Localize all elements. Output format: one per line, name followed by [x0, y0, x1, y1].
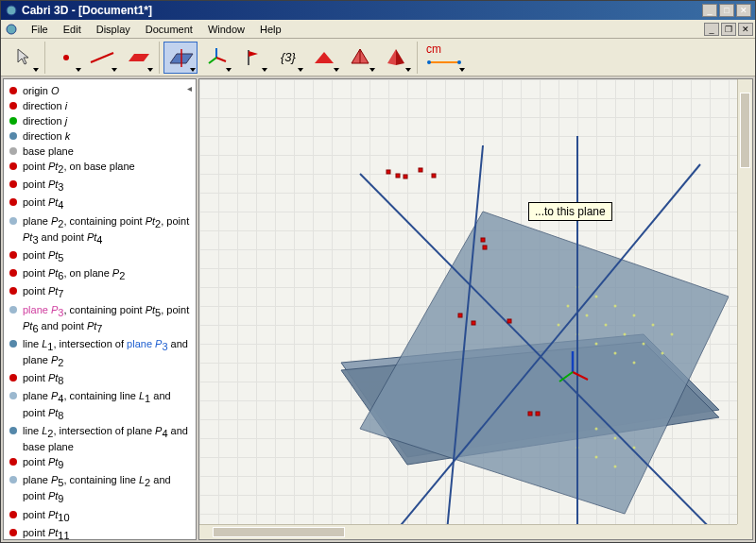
svg-point-19: [457, 60, 461, 64]
object-item[interactable]: point Pt9: [9, 454, 190, 472]
svg-rect-57: [432, 174, 436, 178]
object-item[interactable]: plane P3, containing point Pt5, point Pt…: [9, 302, 190, 336]
menu-file[interactable]: File: [24, 22, 56, 37]
object-item[interactable]: point Pt3: [9, 177, 190, 195]
svg-point-37: [595, 343, 598, 346]
svg-rect-64: [536, 412, 540, 416]
object-label: point Pt8: [23, 371, 63, 387]
mdi-minimize-button[interactable]: _: [704, 23, 719, 36]
svg-point-25: [614, 305, 617, 308]
object-item[interactable]: plane P2, containing point Pt2, point Pt…: [9, 213, 190, 247]
object-item[interactable]: direction j: [9, 113, 190, 128]
triangle-tool[interactable]: [307, 42, 341, 74]
svg-line-3: [91, 53, 113, 62]
svg-point-30: [586, 314, 589, 317]
collapse-icon[interactable]: ◂: [187, 83, 192, 93]
object-item[interactable]: base plane: [9, 144, 190, 159]
svg-rect-56: [419, 168, 422, 172]
svg-marker-12: [315, 52, 334, 63]
flag-tool[interactable]: [235, 42, 269, 74]
menu-edit[interactable]: Edit: [56, 22, 89, 37]
object-item[interactable]: direction i: [9, 98, 190, 113]
object-item[interactable]: point Pt8: [9, 370, 190, 388]
svg-point-26: [633, 314, 636, 317]
plane-blue-icon: [167, 46, 194, 69]
svg-rect-53: [387, 170, 390, 174]
set-tool[interactable]: {3}: [271, 42, 305, 74]
tetra-wire-tool[interactable]: [343, 42, 377, 74]
content-area: ◂ origin Odirection idirection jdirectio…: [1, 76, 755, 542]
svg-marker-11: [249, 51, 258, 57]
bullet-icon: [9, 287, 17, 295]
triangle-icon: [313, 48, 335, 67]
object-item[interactable]: point Pt11: [9, 525, 190, 540]
scene-3d[interactable]: [199, 79, 729, 540]
viewport-3d[interactable]: ...to this plane: [198, 78, 753, 540]
object-item[interactable]: point Pt5: [9, 247, 190, 265]
bullet-icon: [9, 340, 17, 348]
menu-display[interactable]: Display: [89, 22, 138, 37]
mdi-buttons: _ ❐ ✕: [704, 23, 753, 36]
minimize-button[interactable]: _: [702, 4, 717, 17]
object-label: direction i: [23, 99, 67, 112]
plane-tool[interactable]: [163, 42, 198, 74]
svg-rect-62: [507, 319, 511, 323]
svg-marker-4: [129, 54, 149, 61]
svg-point-1: [7, 25, 16, 34]
object-label: point Pt9: [23, 455, 63, 471]
svg-point-45: [614, 466, 617, 468]
svg-point-40: [595, 428, 598, 431]
scrollbar-vertical[interactable]: [737, 79, 752, 524]
object-item[interactable]: origin O: [9, 83, 190, 98]
object-item[interactable]: plane P4, containing line L1 and point P…: [9, 388, 190, 422]
object-item[interactable]: line L2, intersection of plane P4 and ba…: [9, 423, 190, 454]
object-item[interactable]: point Pt10: [9, 507, 190, 525]
bullet-icon: [9, 511, 17, 518]
scrollbar-horizontal[interactable]: [199, 524, 737, 539]
tetra-wire-icon: [349, 46, 371, 69]
axes-tool[interactable]: [199, 42, 233, 74]
object-item[interactable]: point Pt7: [9, 283, 190, 301]
object-item[interactable]: plane P5, containing line L2 and point P…: [9, 472, 190, 506]
plane-red-icon: [125, 48, 151, 67]
object-label: base plane: [23, 144, 74, 158]
title-bar: Cabri 3D - [Document1*] _ □ ✕: [1, 1, 755, 20]
mdi-restore-button[interactable]: ❐: [721, 23, 736, 36]
object-item[interactable]: direction k: [9, 128, 190, 144]
menu-document[interactable]: Document: [138, 22, 200, 37]
close-button[interactable]: ✕: [736, 4, 751, 17]
menu-help[interactable]: Help: [252, 22, 289, 37]
bullet-icon: [9, 476, 17, 484]
maximize-button[interactable]: □: [719, 4, 734, 17]
object-label: direction j: [23, 114, 67, 127]
mdi-close-button[interactable]: ✕: [738, 23, 753, 36]
bullet-icon: [9, 180, 17, 188]
object-label: plane P2, containing point Pt2, point Pt…: [23, 214, 190, 246]
object-item[interactable]: point Pt6, on plane P2: [9, 265, 190, 283]
object-item[interactable]: point Pt4: [9, 195, 190, 212]
object-panel[interactable]: ◂ origin Odirection idirection jdirectio…: [3, 78, 197, 540]
line-icon: [88, 48, 116, 67]
menu-window[interactable]: Window: [200, 22, 252, 37]
plane-red-tool[interactable]: [121, 42, 155, 74]
bullet-icon: [9, 458, 17, 466]
bullet-icon: [9, 147, 17, 155]
cursor-tool[interactable]: [7, 42, 41, 74]
svg-point-34: [662, 352, 664, 355]
ruler-tool[interactable]: cm: [421, 42, 467, 74]
svg-line-9: [209, 58, 216, 63]
line-tool[interactable]: [85, 42, 119, 74]
object-label: point Pt3: [23, 178, 63, 194]
svg-point-39: [633, 362, 636, 365]
object-item[interactable]: point Pt2, on base plane: [9, 159, 190, 177]
svg-point-44: [595, 456, 598, 459]
point-tool[interactable]: [49, 42, 83, 74]
viewport-tooltip: ...to this plane: [528, 202, 612, 221]
object-label: line L2, intersection of plane P4 and ba…: [23, 424, 190, 453]
svg-point-42: [633, 447, 636, 450]
menu-bar: FileEditDisplayDocumentWindowHelp _ ❐ ✕: [1, 20, 755, 39]
object-item[interactable]: line L1, intersection of plane P3 and pl…: [9, 336, 190, 370]
tetra-solid-tool[interactable]: [379, 42, 413, 74]
object-label: origin O: [23, 84, 60, 97]
svg-marker-15: [396, 49, 404, 65]
